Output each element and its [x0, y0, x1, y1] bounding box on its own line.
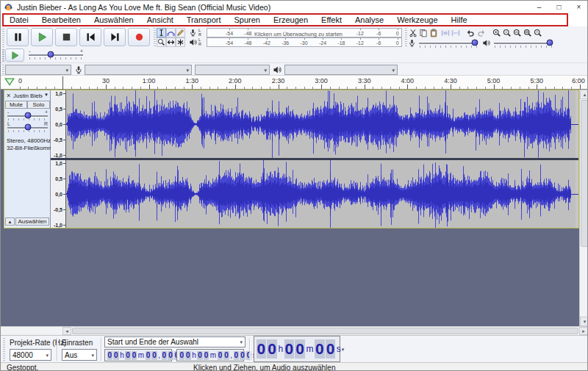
- time-digit[interactable]: 0: [284, 339, 295, 358]
- time-digit[interactable]: 0: [185, 351, 191, 360]
- playback-volume-thumb[interactable]: [547, 39, 553, 46]
- scroll-right-icon[interactable]: ▸: [579, 327, 588, 335]
- track-title[interactable]: Justin Bieber: [13, 93, 43, 99]
- paste-button[interactable]: [429, 28, 439, 37]
- play-at-speed-button[interactable]: [5, 48, 24, 62]
- zoom-tool[interactable]: [157, 37, 166, 47]
- playback-device-select[interactable]: ▾: [284, 65, 398, 75]
- recording-device-select[interactable]: ▾: [85, 65, 192, 75]
- time-digit[interactable]: 0: [151, 351, 157, 360]
- horizontal-scrollbar-thumb[interactable]: [72, 328, 578, 334]
- timeline-ruler[interactable]: 0 301:001:302:002:303:003:304:004:305:00…: [1, 75, 588, 90]
- skip-to-start-button[interactable]: [79, 28, 101, 46]
- recording-volume-thumb[interactable]: [472, 39, 478, 46]
- time-digit[interactable]: 0: [267, 339, 277, 358]
- collapse-track-button[interactable]: ▲: [5, 217, 15, 226]
- audio-host-select[interactable]: ▾: [5, 65, 71, 75]
- recording-channels-select[interactable]: ▾: [195, 65, 270, 75]
- menu-item-analyse[interactable]: Analyse: [348, 15, 390, 24]
- mute-button[interactable]: Mute: [5, 101, 27, 109]
- zoom-in-button[interactable]: [492, 28, 502, 37]
- time-digit[interactable]: h: [120, 351, 124, 360]
- zoom-fit-button[interactable]: [523, 28, 533, 37]
- time-digit[interactable]: 0: [113, 351, 119, 360]
- zoom-selection-button[interactable]: [512, 28, 523, 37]
- time-digit[interactable]: m: [306, 344, 313, 354]
- time-format-chevron-icon[interactable]: ▾: [342, 347, 345, 352]
- time-digit[interactable]: 0: [234, 351, 240, 360]
- playback-meter[interactable]: LR-54-48-42-36-30-24-18-12-60: [189, 37, 402, 47]
- vertical-scrollbar[interactable]: ▴ ▾: [579, 90, 588, 326]
- track-close-icon[interactable]: ×: [7, 92, 10, 99]
- menu-item-transport[interactable]: Transport: [180, 15, 228, 24]
- draw-tool[interactable]: [176, 28, 185, 37]
- envelope-tool[interactable]: [166, 28, 176, 37]
- tracks-workspace[interactable]: × Justin Bieber ▼ Mute Solo - + L R Ster: [1, 90, 588, 326]
- time-digit[interactable]: ,: [230, 351, 232, 360]
- time-digit[interactable]: 0: [179, 351, 185, 360]
- playback-volume-slider[interactable]: [494, 39, 553, 47]
- project-rate-select[interactable]: 48000▾: [10, 349, 51, 361]
- time-digit[interactable]: 0: [218, 351, 223, 360]
- maximize-button[interactable]: □: [549, 1, 569, 13]
- time-digit[interactable]: 0: [257, 339, 267, 358]
- time-digit[interactable]: 0: [125, 351, 131, 360]
- zoom-toggle-button[interactable]: [533, 28, 543, 37]
- waveform-left-channel[interactable]: [66, 90, 578, 158]
- time-digit[interactable]: 0: [168, 351, 173, 360]
- time-digit[interactable]: 0: [197, 351, 203, 360]
- pan-slider-thumb[interactable]: [24, 124, 31, 131]
- pan-slider[interactable]: L R: [7, 123, 48, 132]
- time-digit[interactable]: h: [192, 351, 196, 360]
- scroll-down-icon[interactable]: ▾: [580, 317, 588, 326]
- menu-item-effekt[interactable]: Effekt: [315, 15, 348, 24]
- audio-track[interactable]: × Justin Bieber ▼ Mute Solo - + L R Ster: [4, 90, 579, 228]
- time-digit[interactable]: 0: [326, 339, 336, 358]
- time-digit[interactable]: 0: [240, 351, 245, 360]
- gain-slider-thumb[interactable]: [24, 112, 31, 119]
- timeshift-tool[interactable]: [166, 37, 176, 47]
- time-digit[interactable]: h: [278, 344, 283, 354]
- menu-item-spuren[interactable]: Spuren: [227, 15, 266, 24]
- close-button[interactable]: ×: [569, 1, 588, 13]
- time-digit[interactable]: 0: [295, 339, 305, 358]
- time-digit[interactable]: m: [210, 351, 216, 360]
- time-digit[interactable]: 0: [162, 351, 168, 360]
- track-menu-chevron-icon[interactable]: ▼: [44, 93, 49, 97]
- minimize-button[interactable]: –: [529, 1, 549, 13]
- menu-item-werkzeuge[interactable]: Werkzeuge: [390, 15, 444, 24]
- gain-slider[interactable]: - +: [7, 112, 48, 120]
- time-digit[interactable]: 0: [146, 351, 151, 360]
- time-digit[interactable]: ,: [158, 351, 160, 360]
- stop-button[interactable]: [55, 28, 77, 46]
- recording-meter[interactable]: LR-54-48-12-60Klicken um Überwachung zu …: [189, 28, 402, 37]
- menu-item-hilfe[interactable]: Hilfe: [445, 15, 474, 24]
- vertical-scrollbar-thumb[interactable]: [581, 100, 588, 247]
- skip-to-end-button[interactable]: [104, 28, 126, 46]
- play-speed-thumb[interactable]: [48, 51, 54, 58]
- selection-start-field[interactable]: 00h00m00,000s▾: [104, 349, 172, 361]
- menu-item-erzeugen[interactable]: Erzeugen: [267, 15, 315, 24]
- timeline-pin-icon[interactable]: [4, 78, 15, 86]
- selection-tool[interactable]: [157, 28, 166, 37]
- record-button[interactable]: [128, 28, 150, 46]
- horizontal-scrollbar[interactable]: ◂ ▸: [1, 326, 588, 335]
- time-digit[interactable]: 0: [107, 351, 113, 360]
- multi-tool[interactable]: [176, 37, 185, 47]
- solo-button[interactable]: Solo: [27, 101, 50, 109]
- time-digit[interactable]: s: [337, 344, 341, 354]
- menu-item-ansicht[interactable]: Ansicht: [140, 15, 180, 24]
- undo-button[interactable]: [465, 28, 476, 37]
- scroll-left-icon[interactable]: ◂: [62, 327, 71, 335]
- pause-button[interactable]: [7, 28, 29, 46]
- time-digit[interactable]: 0: [132, 351, 137, 360]
- cut-button[interactable]: [408, 28, 418, 37]
- snap-to-select[interactable]: Aus▾: [62, 349, 97, 361]
- audio-position-display[interactable]: 00h00m00s▾: [254, 336, 340, 362]
- play-speed-slider[interactable]: -+: [29, 51, 83, 60]
- menu-item-auswhlen[interactable]: Auswählen: [87, 15, 140, 24]
- menu-item-datei[interactable]: Datei: [3, 15, 35, 24]
- menu-item-bearbeiten[interactable]: Bearbeiten: [35, 15, 87, 24]
- play-button[interactable]: [31, 28, 53, 46]
- selection-end-field[interactable]: 00h00m00,000s▾: [176, 349, 244, 361]
